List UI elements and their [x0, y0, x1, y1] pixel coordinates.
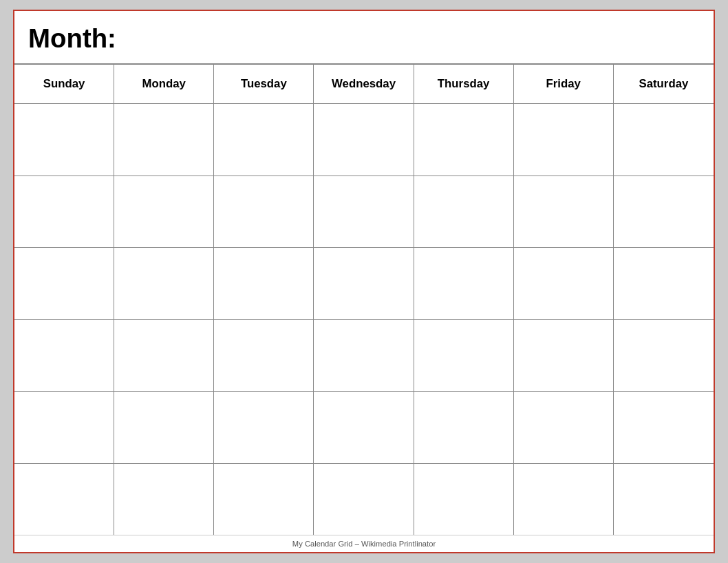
- day-cell[interactable]: [514, 104, 614, 176]
- day-cell[interactable]: [414, 392, 514, 463]
- day-header-monday: Monday: [114, 65, 214, 103]
- day-cell[interactable]: [514, 320, 614, 392]
- day-cell[interactable]: [514, 248, 614, 319]
- day-cell[interactable]: [114, 464, 214, 535]
- footer-text: My Calendar Grid – Wikimedia Printlinato…: [292, 540, 436, 548]
- day-cell[interactable]: [14, 464, 114, 535]
- day-cell[interactable]: [314, 104, 414, 176]
- week-row-5: [14, 392, 714, 464]
- day-headers-row: SundayMondayTuesdayWednesdayThursdayFrid…: [14, 65, 714, 104]
- day-cell[interactable]: [114, 104, 214, 176]
- day-cell[interactable]: [14, 320, 114, 392]
- day-cell[interactable]: [614, 176, 714, 248]
- day-cell[interactable]: [114, 176, 214, 248]
- day-cell[interactable]: [414, 464, 514, 535]
- day-cell[interactable]: [14, 104, 114, 176]
- day-header-friday: Friday: [514, 65, 614, 103]
- day-cell[interactable]: [114, 248, 214, 319]
- day-cell[interactable]: [314, 392, 414, 463]
- day-header-thursday: Thursday: [414, 65, 514, 103]
- footer: My Calendar Grid – Wikimedia Printlinato…: [14, 535, 714, 552]
- day-cell[interactable]: [14, 248, 114, 319]
- calendar-page: Month: SundayMondayTuesdayWednesdayThurs…: [13, 10, 715, 553]
- day-cell[interactable]: [314, 464, 414, 535]
- day-cell[interactable]: [14, 392, 114, 463]
- day-cell[interactable]: [514, 176, 614, 248]
- week-row-2: [14, 176, 714, 248]
- day-cell[interactable]: [114, 320, 214, 392]
- day-cell[interactable]: [614, 320, 714, 392]
- day-cell[interactable]: [314, 248, 414, 319]
- day-cell[interactable]: [214, 464, 314, 535]
- day-cell[interactable]: [214, 104, 314, 176]
- day-cell[interactable]: [414, 176, 514, 248]
- day-header-tuesday: Tuesday: [214, 65, 314, 103]
- week-row-6: [14, 464, 714, 535]
- day-cell[interactable]: [14, 176, 114, 248]
- day-cell[interactable]: [214, 248, 314, 319]
- day-header-saturday: Saturday: [614, 65, 714, 103]
- calendar-grid: SundayMondayTuesdayWednesdayThursdayFrid…: [14, 65, 714, 535]
- day-cell[interactable]: [314, 176, 414, 248]
- day-cell[interactable]: [514, 464, 614, 535]
- day-header-sunday: Sunday: [14, 65, 114, 103]
- day-cell[interactable]: [314, 320, 414, 392]
- day-cell[interactable]: [614, 104, 714, 176]
- day-cell[interactable]: [214, 320, 314, 392]
- week-row-4: [14, 320, 714, 392]
- day-cell[interactable]: [614, 464, 714, 535]
- day-header-wednesday: Wednesday: [314, 65, 414, 103]
- day-cell[interactable]: [214, 392, 314, 463]
- day-cell[interactable]: [214, 176, 314, 248]
- day-cell[interactable]: [514, 392, 614, 463]
- weeks-container: [14, 104, 714, 535]
- week-row-3: [14, 248, 714, 320]
- day-cell[interactable]: [114, 392, 214, 463]
- day-cell[interactable]: [614, 248, 714, 319]
- day-cell[interactable]: [414, 320, 514, 392]
- day-cell[interactable]: [414, 104, 514, 176]
- calendar-header: Month:: [14, 11, 714, 65]
- day-cell[interactable]: [414, 248, 514, 319]
- month-title: Month:: [28, 23, 700, 54]
- week-row-1: [14, 104, 714, 176]
- day-cell[interactable]: [614, 392, 714, 463]
